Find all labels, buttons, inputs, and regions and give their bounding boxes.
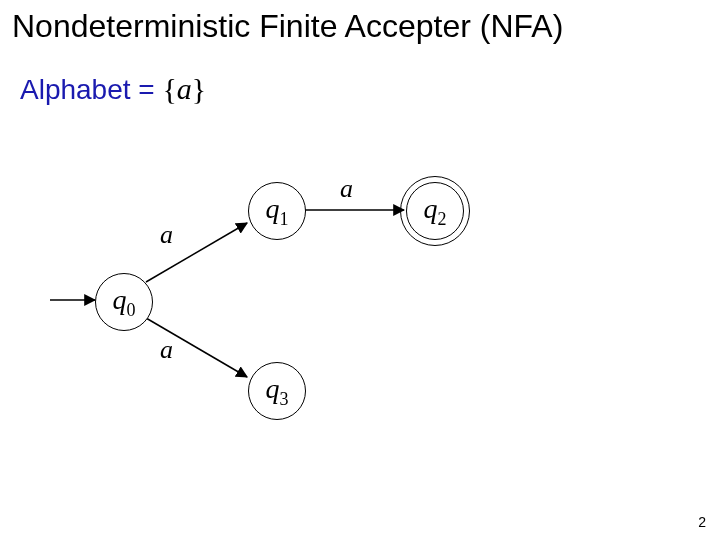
state-q1: q1 (248, 182, 306, 240)
alphabet-value: {a} (162, 72, 206, 105)
edge-label-q0-q3: a (160, 335, 173, 365)
state-q3: q3 (248, 362, 306, 420)
page-number: 2 (698, 514, 706, 530)
edge-label-q1-q2: a (340, 174, 353, 204)
alphabet-label: Alphabet = (20, 74, 155, 105)
state-label: q2 (424, 193, 447, 230)
alphabet-line: Alphabet = {a} (20, 72, 206, 106)
state-label: q0 (113, 284, 136, 321)
state-label: q1 (266, 193, 289, 230)
state-label: q3 (266, 373, 289, 410)
nfa-diagram: q0 q1 q2 q3 a a a (50, 160, 570, 440)
page-title: Nondeterministic Finite Accepter (NFA) (12, 8, 563, 45)
state-q0: q0 (95, 273, 153, 331)
state-q2: q2 (406, 182, 464, 240)
edge-label-q0-q1: a (160, 220, 173, 250)
